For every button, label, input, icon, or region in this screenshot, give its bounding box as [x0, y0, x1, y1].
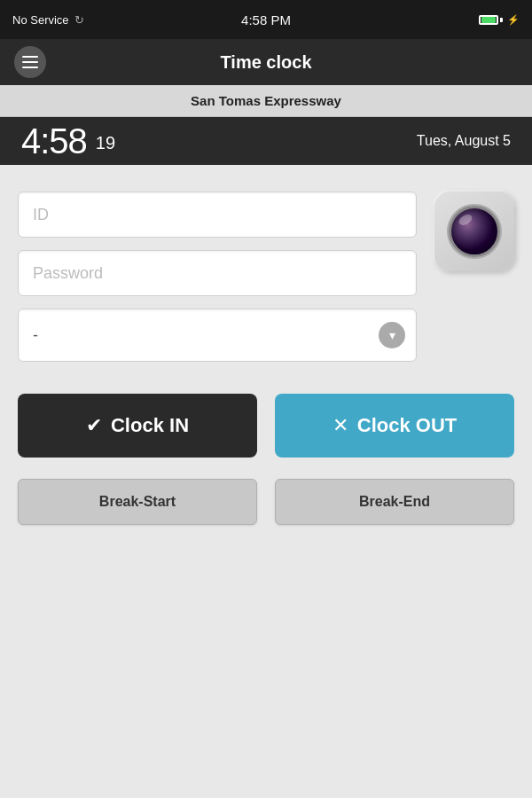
- main-content: - ▾ ✔ Clock IN ✕ Clock OUT Break-Start B…: [0, 165, 532, 543]
- password-input[interactable]: [18, 250, 417, 296]
- break-row: Break-Start Break-End: [18, 479, 514, 525]
- menu-line-3: [22, 66, 38, 68]
- clock-seconds: 19: [96, 133, 115, 153]
- battery-fill: [481, 17, 496, 23]
- clock-hours: 4:58: [21, 123, 87, 159]
- camera-lens-icon: [449, 206, 500, 257]
- location-bar: San Tomas Expressway: [0, 85, 532, 117]
- battery-tip: [500, 18, 503, 22]
- camera-column: [434, 192, 514, 271]
- status-left: No Service ↻: [12, 13, 84, 27]
- break-end-button[interactable]: Break-End: [275, 479, 514, 525]
- clock-out-button[interactable]: ✕ Clock OUT: [275, 394, 514, 458]
- location-name: San Tomas Expressway: [191, 93, 341, 108]
- clock-bar: 4:58 19 Tues, August 5: [0, 117, 532, 165]
- menu-button[interactable]: [14, 46, 46, 78]
- battery-body: [479, 15, 498, 25]
- dropdown-value: -: [33, 326, 38, 345]
- id-input[interactable]: [18, 192, 417, 238]
- menu-line-1: [22, 56, 38, 58]
- nav-bar: Time clock: [0, 39, 532, 85]
- clock-date: Tues, August 5: [417, 133, 511, 149]
- clock-out-prefix: Clock: [357, 414, 416, 436]
- battery-icon: [479, 15, 503, 25]
- camera-button[interactable]: [434, 192, 514, 271]
- clock-in-bold: IN: [169, 414, 189, 436]
- inputs-column: - ▾: [18, 192, 417, 362]
- carrier-text: No Service: [12, 13, 69, 27]
- clock-out-label: Clock OUT: [357, 414, 457, 437]
- dropdown-arrow-icon: ▾: [379, 322, 405, 348]
- status-time: 4:58 PM: [241, 12, 291, 27]
- menu-line-2: [22, 61, 38, 63]
- action-row: ✔ Clock IN ✕ Clock OUT: [18, 394, 514, 458]
- x-icon: ✕: [332, 414, 348, 437]
- clock-in-button[interactable]: ✔ Clock IN: [18, 394, 257, 458]
- page-title: Time clock: [220, 52, 311, 73]
- lightning-icon: ⚡: [507, 14, 520, 26]
- clock-out-bold: OUT: [416, 414, 457, 436]
- status-right: ⚡: [479, 14, 520, 26]
- status-bar: No Service ↻ 4:58 PM ⚡: [0, 0, 532, 39]
- clock-in-prefix: Clock: [111, 414, 169, 436]
- input-row: - ▾: [18, 192, 514, 362]
- dropdown-field[interactable]: - ▾: [18, 309, 417, 362]
- refresh-icon: ↻: [74, 13, 84, 27]
- clock-in-label: Clock IN: [111, 414, 189, 437]
- checkmark-icon: ✔: [86, 414, 102, 437]
- break-start-button[interactable]: Break-Start: [18, 479, 257, 525]
